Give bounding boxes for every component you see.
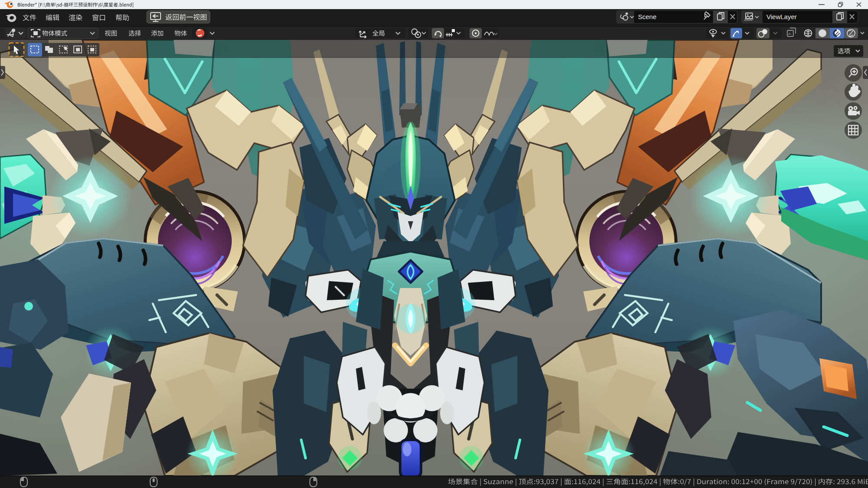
svg-text:ViewLayer: ViewLayer [766, 13, 797, 20]
svg-text:Scene: Scene [638, 13, 657, 20]
